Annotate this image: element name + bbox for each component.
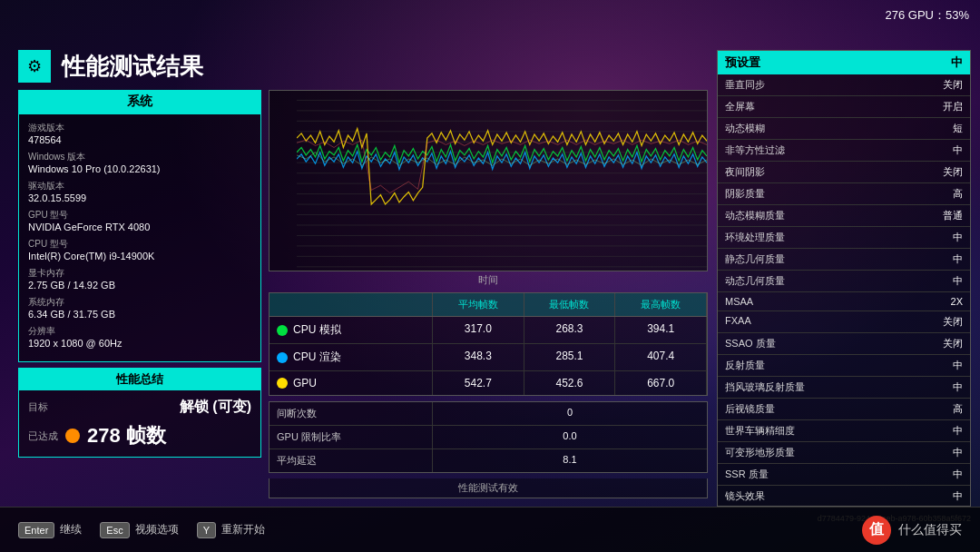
setting-row: SSAO 质量关闭 [718, 333, 970, 355]
gpu-indicator: 276 GPU：53% [886, 7, 970, 24]
extra-label: 平均延迟 [270, 449, 433, 472]
setting-name: 全屏幕 [725, 100, 943, 113]
target-label: 目标 [28, 400, 48, 414]
control-label: 视频选项 [135, 522, 179, 537]
setting-name: FXAA [725, 315, 943, 329]
dot-indicator [277, 352, 288, 363]
system-info-item: 系统内存6.34 GB / 31.75 GB [28, 296, 251, 320]
brand-icon: 值 [862, 516, 891, 545]
performance-section: 性能总结 目标 解锁 (可变) 已达成 278 帧数 [18, 368, 261, 458]
info-label: 分辨率 [28, 325, 251, 338]
info-value: 6.34 GB / 31.75 GB [28, 309, 251, 320]
valid-label: 性能测试有效 [269, 478, 708, 498]
control-label: 继续 [60, 522, 82, 537]
info-label: CPU 型号 [28, 238, 251, 251]
content-area: 系统 游戏版本478564Windows 版本Windows 10 Pro (1… [18, 90, 708, 501]
setting-value: 关闭 [943, 165, 963, 179]
setting-row: 动态模糊质量普通 [718, 205, 970, 227]
info-value: Windows 10 Pro (10.0.22631) [28, 163, 251, 174]
col-min: 最低帧数 [524, 293, 616, 316]
info-value: 32.0.15.5599 [28, 192, 251, 203]
setting-name: 反射质量 [725, 359, 953, 372]
info-value: 1920 x 1080 @ 60Hz [28, 338, 251, 349]
control-item[interactable]: Y重新开始 [197, 522, 265, 538]
chart-body [297, 91, 707, 271]
system-info-item: CPU 型号Intel(R) Core(TM) i9-14900K [28, 238, 251, 261]
control-item[interactable]: Esc视频选项 [100, 522, 178, 538]
setting-value: 中 [953, 143, 963, 157]
settings-header: 预设置 中 [718, 51, 970, 74]
info-value: Intel(R) Core(TM) i9-14900K [28, 251, 251, 261]
dot-indicator [277, 325, 288, 336]
chart-area [269, 90, 708, 271]
settings-value: 中 [951, 54, 963, 71]
stats-cell-name: CPU 渲染 [270, 344, 433, 370]
extra-stat-row: 平均延迟8.1 [270, 449, 707, 472]
dot-indicator [277, 378, 288, 389]
setting-name: 环境处理质量 [725, 231, 953, 244]
setting-name: 挡风玻璃反射质量 [725, 380, 953, 394]
table-row: CPU 渲染 348.3 285.1 407.4 [270, 344, 707, 371]
page-title: 性能测试结果 [62, 51, 203, 83]
settings-icon: ⚙ [18, 50, 51, 83]
setting-name: MSAA [725, 296, 951, 307]
perf-content: 目标 解锁 (可变) 已达成 278 帧数 [19, 390, 260, 457]
setting-value: 中 [953, 424, 963, 438]
info-label: 系统内存 [28, 296, 251, 309]
col-name [270, 293, 433, 316]
setting-name: 世界车辆精细度 [725, 424, 953, 438]
table-row: CPU 模拟 317.0 268.3 394.1 [270, 317, 707, 344]
setting-row: 后视镜质量高 [718, 399, 970, 420]
stats-cell-name: CPU 模拟 [270, 317, 433, 343]
stats-cell-max: 394.1 [615, 317, 707, 343]
table-row: GPU 542.7 452.6 667.0 [270, 371, 707, 395]
stats-cell-min: 285.1 [524, 344, 616, 370]
settings-list: 垂直同步关闭全屏幕开启动态模糊短非等方性过滤中夜间阴影关闭阴影质量高动态模糊质量… [718, 74, 970, 502]
bottom-controls: Enter继续Esc视频选项Y重新开始 [18, 522, 265, 538]
setting-value: 中 [953, 468, 963, 481]
setting-row: 挡风玻璃反射质量中 [718, 377, 970, 399]
key-badge: Enter [18, 522, 54, 538]
system-info-item: Windows 版本Windows 10 Pro (10.0.22631) [28, 151, 251, 174]
setting-name: 静态几何质量 [725, 252, 953, 266]
setting-name: 动态几何质量 [725, 274, 953, 288]
stats-cell-name: GPU [270, 371, 433, 395]
setting-row: 非等方性过滤中 [718, 140, 970, 162]
achieved-row: 已达成 278 帧数 [28, 422, 251, 449]
setting-value: 关闭 [943, 337, 963, 350]
right-panel: 预设置 中 垂直同步关闭全屏幕开启动态模糊短非等方性过滤中夜间阴影关闭阴影质量高… [717, 50, 971, 507]
setting-row: 世界车辆精细度中 [718, 420, 970, 442]
extra-label: GPU 限制比率 [270, 426, 433, 448]
setting-value: 中 [953, 252, 963, 266]
main-panel: ⚙ 性能测试结果 系统 游戏版本478564Windows 版本Windows … [18, 50, 708, 507]
setting-row: 夜间阴影关闭 [718, 162, 970, 183]
info-value: NVIDIA GeForce RTX 4080 [28, 222, 251, 232]
setting-row: 阴影质量高 [718, 183, 970, 205]
setting-value: 普通 [943, 209, 963, 222]
setting-name: SSR 质量 [725, 468, 953, 481]
stats-cell-avg: 542.7 [433, 371, 524, 395]
extra-stats: 间断次数0GPU 限制比率0.0平均延迟8.1 [269, 401, 708, 473]
stats-cell-avg: 348.3 [433, 344, 524, 370]
title-bar: ⚙ 性能测试结果 [18, 50, 708, 83]
info-label: Windows 版本 [28, 151, 251, 163]
info-label: 游戏版本 [28, 122, 251, 134]
setting-value: 中 [953, 446, 963, 459]
chart-x-label: 时间 [269, 273, 708, 287]
bottom-bar: Enter继续Esc视频选项Y重新开始 值 什么值得买 [0, 507, 980, 552]
setting-value: 中 [953, 231, 963, 244]
target-row: 目标 解锁 (可变) [28, 398, 251, 417]
setting-name: 垂直同步 [725, 78, 943, 92]
setting-value: 高 [953, 187, 963, 201]
info-label: 显卡内存 [28, 267, 251, 280]
key-badge: Y [197, 522, 216, 538]
extra-value: 0.0 [433, 426, 707, 448]
setting-row: 垂直同步关闭 [718, 74, 970, 96]
setting-value: 关闭 [943, 78, 963, 92]
control-item[interactable]: Enter继续 [18, 522, 82, 538]
setting-row: FXAA关闭 [718, 311, 970, 333]
setting-name: 动态模糊 [725, 122, 953, 135]
setting-row: SSR 质量中 [718, 464, 970, 486]
setting-row: 可变形地形质量中 [718, 442, 970, 464]
brand-name: 什么值得买 [898, 522, 962, 538]
